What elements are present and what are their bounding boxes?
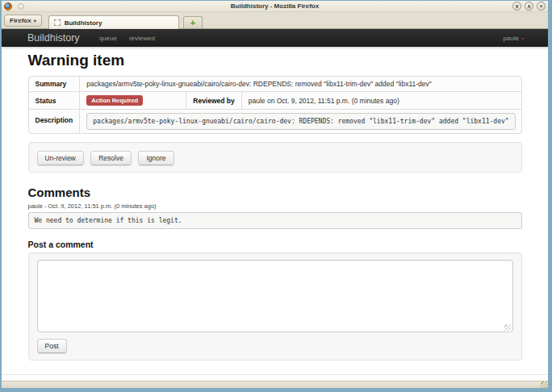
table-row: Description packages/armv5te-poky-linux-… — [29, 110, 522, 134]
ignore-button[interactable]: Ignore — [138, 151, 174, 165]
shade-window-icon[interactable]: ∨ — [512, 2, 521, 10]
footer-divider — [2, 374, 548, 375]
tab-strip: Firefox ▾ Buildhistory + — [2, 12, 548, 29]
post-comment-well: Post — [28, 252, 522, 361]
window-resize-grip-icon[interactable] — [541, 382, 548, 388]
addon-bar — [2, 381, 548, 388]
summary-value: packages/armv5te-poky-linux-gnueabi/cair… — [80, 77, 522, 92]
comments-heading: Comments — [28, 186, 522, 199]
firefox-menu-button[interactable]: Firefox ▾ — [4, 15, 42, 27]
resize-handle-icon[interactable] — [504, 324, 511, 331]
resolve-button[interactable]: Resolve — [90, 151, 132, 165]
reviewed-by-value: paule on Oct. 9, 2012, 11:51 p.m. (0 min… — [241, 92, 521, 110]
description-value: packages/armv5te-poky-linux-gnueabi/cair… — [86, 113, 515, 130]
firefox-window: Buildhistory - Mozilla Firefox ∨ ∧ × Fir… — [2, 1, 548, 388]
page-content: Warning item Summary packages/armv5te-po… — [2, 47, 548, 381]
warning-details-table: Summary packages/armv5te-poky-linux-gnue… — [28, 76, 522, 134]
actions-well: Un-review Resolve Ignore — [28, 142, 522, 173]
status-label: Status — [29, 92, 80, 110]
post-button[interactable]: Post — [37, 339, 67, 353]
nav-link-queue[interactable]: queue — [99, 35, 117, 42]
unreview-button[interactable]: Un-review — [37, 151, 84, 165]
status-badge: Action Required — [86, 95, 143, 106]
app-navbar: Buildhistory queue reviewed paule ▾ — [2, 29, 548, 47]
user-name: paule — [503, 35, 519, 42]
comment-input[interactable] — [37, 260, 513, 332]
maximize-window-icon[interactable]: ∧ — [525, 2, 533, 10]
comment-text: We need to determine if this is legit. — [28, 212, 522, 229]
comment-meta: paule - Oct. 9, 2012, 11:51 p.m. (0 minu… — [28, 202, 522, 210]
nav-link-reviewed[interactable]: reviewed — [129, 35, 155, 42]
tab-label: Buildhistory — [65, 19, 102, 27]
new-tab-button[interactable]: + — [183, 16, 203, 28]
chevron-down-icon: ▾ — [34, 18, 36, 23]
chevron-down-icon: ▾ — [521, 35, 524, 41]
description-label: Description — [29, 110, 80, 134]
page-title: Warning item — [28, 52, 522, 69]
table-row: Status Action Required Reviewed by paule… — [29, 92, 522, 110]
window-title: Buildhistory - Mozilla Firefox — [2, 2, 548, 10]
user-menu[interactable]: paule ▾ — [503, 35, 524, 42]
reviewed-by-label: Reviewed by — [186, 92, 242, 110]
post-comment-heading: Post a comment — [28, 240, 522, 249]
table-row: Summary packages/armv5te-poky-linux-gnue… — [29, 77, 522, 92]
os-window-frame: Buildhistory - Mozilla Firefox ∨ ∧ × Fir… — [0, 0, 552, 392]
status-cell: Action Required — [80, 92, 186, 110]
comment-item: paule - Oct. 9, 2012, 11:51 p.m. (0 minu… — [28, 202, 522, 229]
firefox-menu-label: Firefox — [10, 17, 31, 24]
titlebar[interactable]: Buildhistory - Mozilla Firefox ∨ ∧ × — [2, 1, 548, 12]
favicon-placeholder-icon — [54, 19, 61, 26]
window-controls: ∨ ∧ × — [512, 2, 546, 10]
description-cell: packages/armv5te-poky-linux-gnueabi/cair… — [80, 110, 522, 134]
close-window-icon[interactable]: × — [537, 2, 546, 10]
navbar-brand[interactable]: Buildhistory — [27, 32, 80, 44]
summary-label: Summary — [29, 77, 80, 92]
tab-buildhistory[interactable]: Buildhistory — [48, 15, 179, 29]
